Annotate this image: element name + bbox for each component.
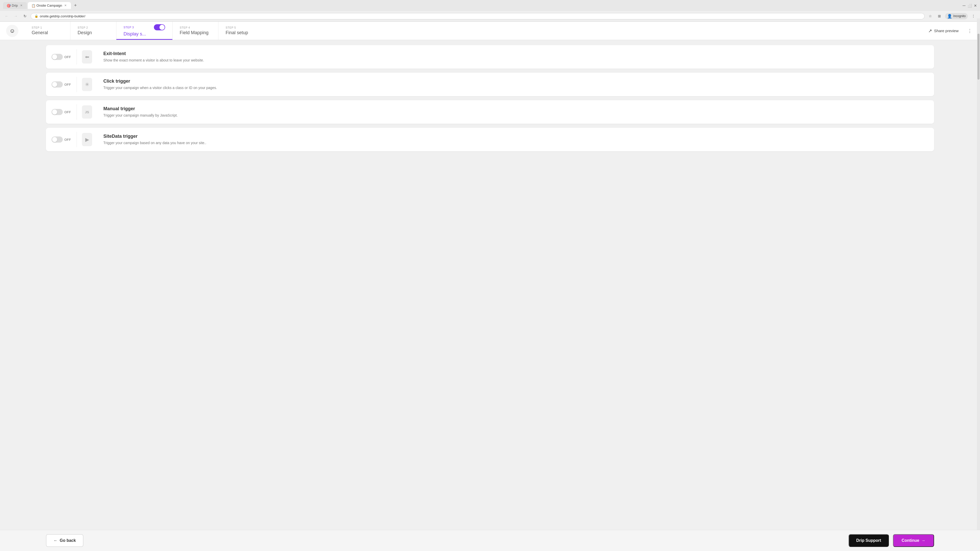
step-4-label: STEP 4 [180,26,211,29]
app-header: ☺ STEP 1 General STEP 2 Design STEP 3 [0,22,980,40]
bottom-right: Drip Support Continue → [849,534,934,547]
step-3-top: STEP 3 [124,24,165,30]
drip-support-button[interactable]: Drip Support [849,534,889,547]
exit-intent-toggle[interactable]: OFF [52,54,71,60]
step-1-label: STEP 1 [32,26,63,29]
share-preview-button[interactable]: ↗ Share preview [925,27,962,35]
sitedata-trigger-icon-area: ▶ [77,128,97,151]
go-back-label: Go back [60,538,76,543]
share-icon: ↗ [928,28,932,34]
continue-label: Continue [902,538,919,543]
click-trigger-toggle[interactable]: OFF [52,81,71,87]
step-1-name: General [32,30,63,35]
sitedata-trigger-content: SiteData trigger Trigger your campaign b… [97,129,934,151]
click-trigger-toggle-dot [52,82,57,87]
app-logo: ☺ [6,25,18,37]
click-trigger-toggle-section: OFF [46,76,76,93]
manual-trigger-icon-area: JS [77,100,97,124]
onsite-favicon: 📋 [32,4,35,7]
close-window-button[interactable]: ✕ [974,3,977,8]
manual-trigger-description: Trigger your campaign manually by JavaSc… [103,113,928,118]
continue-button[interactable]: Continue → [893,534,934,547]
manual-trigger-card: OFF JS Manual trigger Trigger your campa… [46,100,934,124]
click-trigger-toggle-label: OFF [64,83,71,86]
browser-tab-drip[interactable]: 🎯 Drip ✕ [3,2,27,9]
new-tab-button[interactable]: + [72,2,79,9]
exit-intent-card: OFF ⬅ Exit-Intent Show the exact moment … [46,45,934,68]
click-trigger-title: Click trigger [103,79,928,84]
click-trigger-icon-area: ✳ [77,73,97,96]
click-trigger-description: Trigger your campaign when a visitor cli… [103,86,928,91]
star-button[interactable]: ☆ [927,13,934,20]
url-text: onsite.getdrip.com/drip-builder/ [40,14,921,18]
step-3-name: Display s... [124,32,165,37]
header-right: ↗ Share preview ⋮ [920,27,974,35]
minimize-button[interactable]: ─ [963,3,966,8]
step-1[interactable]: STEP 1 General [24,22,70,40]
sitedata-trigger-toggle-label: OFF [64,138,71,141]
step-2-name: Design [78,30,109,35]
sitedata-trigger-toggle-section: OFF [46,131,76,148]
manual-trigger-toggle-track[interactable] [52,109,63,115]
step-2[interactable]: STEP 2 Design [70,22,116,40]
bottom-bar: ← Go back Drip Support Continue → [0,530,980,551]
click-trigger-icon: ✳ [82,78,92,91]
incognito-avatar: 👤 [947,14,952,19]
sitedata-trigger-title: SiteData trigger [103,134,928,139]
main-content: OFF ⬅ Exit-Intent Show the exact moment … [0,40,980,545]
sitedata-trigger-toggle-track[interactable] [52,137,63,143]
step-5-label: STEP 5 [226,26,257,29]
step-2-label: STEP 2 [78,26,109,29]
exit-intent-title: Exit-Intent [103,51,928,56]
step-5[interactable]: STEP 5 Final setup [218,22,264,40]
extensions-button[interactable]: ⊞ [936,13,943,20]
go-back-button[interactable]: ← Go back [46,534,83,547]
drip-favicon: 🎯 [6,4,10,7]
sitedata-trigger-icon: ▶ [82,133,92,146]
drip-tab-close[interactable]: ✕ [19,3,23,7]
exit-intent-toggle-section: OFF [46,49,76,65]
click-trigger-card: OFF ✳ Click trigger Trigger your campaig… [46,73,934,96]
continue-arrow-icon: → [921,538,925,543]
forward-button[interactable]: → [12,13,19,20]
steps-nav: STEP 1 General STEP 2 Design STEP 3 Disp… [24,22,920,40]
sitedata-trigger-toggle[interactable]: OFF [52,137,71,143]
incognito-button[interactable]: 👤 Incognito [945,13,968,19]
step-4-name: Field Mapping [180,30,211,35]
drip-support-label: Drip Support [856,538,881,543]
browser-controls: ← → ↻ 🔒 onsite.getdrip.com/drip-builder/… [0,11,980,21]
step-4[interactable]: STEP 4 Field Mapping [172,22,218,40]
click-trigger-toggle-track[interactable] [52,81,63,87]
back-button[interactable]: ← [3,13,10,20]
maximize-button[interactable]: ⬜ [967,3,972,8]
manual-trigger-toggle-dot [52,110,57,114]
step-3[interactable]: STEP 3 Display s... [116,22,172,40]
browser-chrome: 🎯 Drip ✕ 📋 Onsite Campaign ✕ + ─ ⬜ ✕ ← →… [0,0,980,22]
manual-trigger-toggle-label: OFF [64,110,71,114]
scrollbar-thumb[interactable] [977,34,980,79]
chrome-menu-button[interactable]: ⋮ [970,13,977,20]
step-5-name: Final setup [226,30,257,35]
onsite-tab-close[interactable]: ✕ [64,3,67,7]
sitedata-trigger-description: Trigger your campaign based on any data … [103,141,928,146]
more-options-button[interactable]: ⋮ [966,27,974,35]
address-bar[interactable]: 🔒 onsite.getdrip.com/drip-builder/ [30,13,924,19]
share-preview-label: Share preview [934,29,959,33]
step-3-label: STEP 3 [124,26,134,29]
more-icon: ⋮ [967,28,972,34]
browser-tab-onsite[interactable]: 📋 Onsite Campaign ✕ [28,2,71,9]
refresh-button[interactable]: ↻ [21,13,29,20]
onsite-tab-label: Onsite Campaign [37,3,62,7]
step-3-toggle-track[interactable] [154,24,165,30]
exit-intent-toggle-track[interactable] [52,54,63,60]
step-3-toggle[interactable] [154,24,165,30]
manual-trigger-content: Manual trigger Trigger your campaign man… [97,101,934,123]
exit-intent-icon: ⬅ [82,50,92,64]
right-scrollbar[interactable] [977,18,980,530]
manual-trigger-toggle-section: OFF [46,104,76,120]
manual-trigger-title: Manual trigger [103,106,928,111]
incognito-label: Incognito [953,14,966,18]
exit-intent-toggle-dot [52,54,57,59]
logo-icon: ☺ [10,27,15,34]
manual-trigger-toggle[interactable]: OFF [52,109,71,115]
